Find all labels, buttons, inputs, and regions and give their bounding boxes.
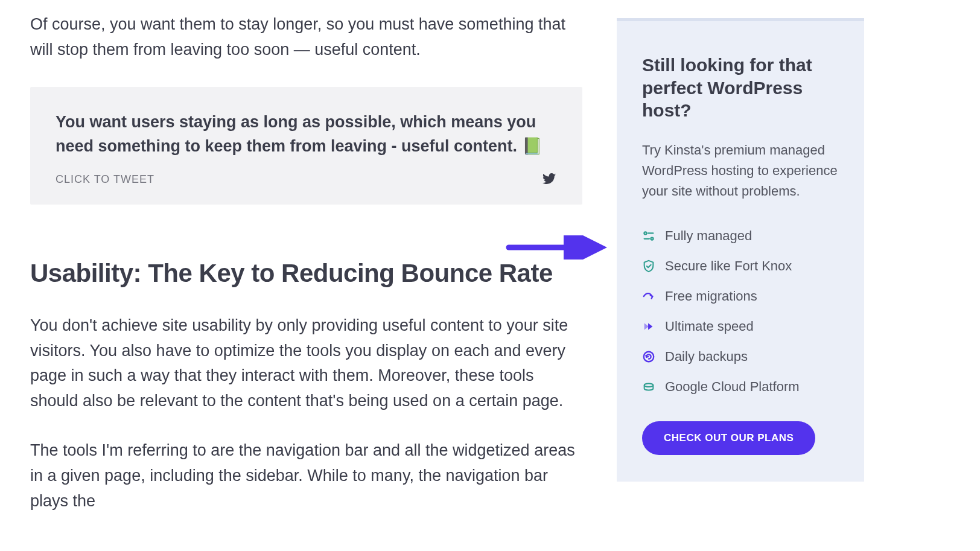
promo-sidebar: Still looking for that perfect WordPress… [617,18,864,482]
body-paragraph-2: The tools I'm referring to are the navig… [30,438,582,514]
feature-label: Ultimate speed [665,319,754,334]
feature-label: Daily backups [665,349,748,365]
intro-paragraph: Of course, you want them to stay longer,… [30,12,582,63]
sidebar-feature-list: Fully managed Secure like Fort Knox Free… [642,228,842,395]
managed-icon [642,229,655,243]
tweet-quote-text: You want users staying as long as possib… [56,113,542,156]
feature-label: Secure like Fort Knox [665,258,792,274]
cloud-icon [642,380,655,393]
feature-item-secure: Secure like Fort Knox [642,258,842,274]
feature-label: Google Cloud Platform [665,379,800,395]
svg-point-6 [644,383,654,387]
article-main: Of course, you want them to stay longer,… [30,12,582,538]
feature-item-migrations: Free migrations [642,288,842,304]
feature-label: Free migrations [665,288,757,304]
tweet-quote: You want users staying as long as possib… [56,110,557,159]
feature-item-managed: Fully managed [642,228,842,244]
feature-item-backups: Daily backups [642,349,842,365]
sidebar-paragraph: Try Kinsta's premium managed WordPress h… [642,140,842,202]
feature-item-speed: Ultimate speed [642,319,842,334]
twitter-icon[interactable] [541,172,557,188]
body-paragraph-1: You don't achieve site usability by only… [30,313,582,414]
migration-icon [642,290,655,303]
sidebar-heading: Still looking for that perfect WordPress… [642,54,842,122]
shield-icon [642,260,655,273]
feature-item-cloud: Google Cloud Platform [642,379,842,395]
tweet-footer: CLICK TO TWEET [56,172,557,188]
svg-point-3 [651,237,653,240]
tweet-cta-label[interactable]: CLICK TO TWEET [56,173,154,186]
check-plans-button[interactable]: CHECK OUT OUR PLANS [642,421,815,455]
speed-icon [642,320,655,333]
feature-label: Fully managed [665,228,752,244]
click-to-tweet-box[interactable]: You want users staying as long as possib… [30,87,582,205]
section-heading-usability: Usability: The Key to Reducing Bounce Ra… [30,259,582,288]
svg-point-1 [644,232,646,234]
backup-icon [642,350,655,363]
